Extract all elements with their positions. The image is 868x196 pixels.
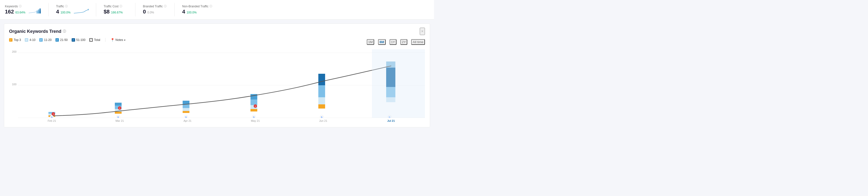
- y-label-100: 100: [12, 83, 17, 86]
- legend-4-10-checkbox: ✓: [25, 38, 28, 42]
- notes-button[interactable]: 📍 Notes ▾: [111, 38, 125, 42]
- svg-text:G: G: [253, 116, 255, 118]
- notes-chevron-icon: ▾: [124, 39, 125, 41]
- svg-rect-18: [250, 109, 257, 111]
- legend-top3-label: Top 3: [14, 38, 21, 42]
- keywords-sparkline: [29, 8, 41, 15]
- chart-title: Organic Keywords Trend ⓘ: [9, 29, 66, 34]
- traffic-cost-value: $8: [103, 8, 110, 15]
- legend-21-50-label: 21-50: [60, 38, 68, 42]
- branded-traffic-info-icon[interactable]: ⓘ: [164, 4, 166, 8]
- svg-text:G: G: [389, 116, 390, 118]
- non-branded-traffic-metric: Non-Branded Traffic ⓘ 4 100.0%: [182, 3, 219, 17]
- legend-top3[interactable]: ✓ Top 3: [9, 38, 21, 42]
- time-2y-button[interactable]: 2Y: [400, 39, 407, 45]
- svg-text:G: G: [51, 116, 53, 118]
- chart-header: Organic Keywords Trend ⓘ ×: [9, 28, 425, 35]
- svg-rect-24: [318, 85, 325, 97]
- x-label-apr: Apr 21: [154, 119, 221, 122]
- svg-rect-27: [386, 87, 396, 97]
- svg-text:G: G: [321, 116, 322, 118]
- svg-rect-23: [318, 97, 325, 104]
- legend-11-20-checkbox: ✓: [39, 38, 43, 42]
- chart-info-icon[interactable]: ⓘ: [63, 29, 66, 34]
- x-label-may: May 21: [221, 119, 289, 122]
- branded-traffic-change: 0.0%: [148, 11, 154, 14]
- keywords-info-icon[interactable]: ⓘ: [19, 4, 22, 8]
- chart-close-button[interactable]: ×: [420, 28, 425, 35]
- legend-top3-checkbox: ✓: [9, 38, 12, 42]
- time-1m-button[interactable]: 1M: [367, 39, 374, 45]
- svg-rect-10: [115, 112, 122, 114]
- keywords-value: 162: [5, 8, 14, 15]
- traffic-sparkline: [74, 8, 89, 15]
- chart-svg-area: G G G G G G: [18, 49, 425, 118]
- time-all-button[interactable]: All time: [411, 39, 425, 45]
- notes-label: Notes: [116, 38, 123, 42]
- traffic-label: Traffic: [56, 5, 64, 8]
- legend-51-100-label: 51-100: [76, 38, 85, 42]
- svg-text:!: !: [53, 113, 54, 116]
- legend-total-checkbox: ✓: [89, 38, 93, 42]
- legend-51-100[interactable]: ✓ 51-100: [72, 38, 85, 42]
- traffic-cost-change: 166.67%: [111, 11, 123, 14]
- svg-text:G: G: [117, 116, 119, 118]
- legend-51-100-checkbox: ✓: [72, 38, 75, 42]
- chart-area: 200 100: [9, 49, 425, 122]
- traffic-info-icon[interactable]: ⓘ: [65, 4, 68, 8]
- svg-rect-25: [318, 74, 325, 85]
- svg-rect-22: [318, 104, 325, 108]
- y-axis: 200 100: [9, 49, 18, 118]
- time-1y-button[interactable]: 1Y: [390, 39, 397, 45]
- svg-rect-28: [386, 68, 396, 87]
- svg-point-3: [88, 9, 89, 10]
- legend-11-20[interactable]: ✓ 11-20: [39, 38, 52, 42]
- keywords-metric: Keywords ⓘ 162 63.64%: [5, 3, 49, 17]
- legend-21-50-checkbox: ✓: [56, 38, 59, 42]
- svg-rect-15: [183, 108, 190, 111]
- x-label-mar: Mar 21: [86, 119, 154, 122]
- y-label-200: 200: [12, 50, 17, 53]
- keywords-label: Keywords: [5, 5, 18, 8]
- traffic-change: 100.0%: [61, 11, 71, 14]
- traffic-cost-label: Traffic Cost: [103, 5, 119, 8]
- legend-4-10-label: 4-10: [29, 38, 35, 42]
- legend-21-50[interactable]: ✓ 21-50: [56, 38, 68, 42]
- traffic-value: 4: [56, 8, 59, 15]
- svg-rect-26: [386, 97, 396, 102]
- legend-11-20-label: 11-20: [44, 38, 52, 42]
- x-label-feb: Feb 21: [18, 119, 86, 122]
- svg-rect-20: [250, 99, 257, 105]
- branded-traffic-metric: Branded Traffic ⓘ 0 0.0%: [143, 3, 175, 17]
- x-axis: Feb 21 Mar 21 Apr 21 May 21 Jun 21 Jul 2…: [9, 119, 425, 122]
- time-range-controls: 1M 6M 1Y 2Y All time: [367, 39, 425, 45]
- legend-total[interactable]: ✓ Total: [89, 38, 100, 42]
- metrics-bar: Keywords ⓘ 162 63.64% Traffic ⓘ 4 100.0%: [0, 0, 434, 20]
- svg-text:!: !: [255, 105, 256, 107]
- notes-pin-icon: 📍: [111, 38, 115, 42]
- main-chart-svg: G G G G G G: [18, 49, 425, 118]
- traffic-cost-metric: Traffic Cost ⓘ $8 166.67%: [103, 3, 135, 17]
- legend-divider: [105, 38, 105, 42]
- svg-rect-14: [183, 111, 190, 113]
- svg-rect-2: [39, 8, 41, 13]
- legend-total-label: Total: [94, 38, 100, 42]
- non-branded-traffic-label: Non-Branded Traffic: [182, 5, 208, 8]
- chart-legend: ✓ Top 3 ✓ 4-10 ✓ 11-20 ✓ 21-50 ✓ 51-100: [9, 38, 125, 42]
- branded-traffic-value: 0: [143, 8, 146, 15]
- x-label-jun: Jun 21: [289, 119, 357, 122]
- non-branded-traffic-value: 4: [182, 8, 185, 15]
- time-6m-button[interactable]: 6M: [378, 39, 386, 45]
- chart-container: Organic Keywords Trend ⓘ × ✓ Top 3 ✓ 4-1…: [4, 24, 430, 127]
- legend-4-10[interactable]: ✓ 4-10: [25, 38, 35, 42]
- branded-traffic-label: Branded Traffic: [143, 5, 163, 8]
- non-branded-traffic-info-icon[interactable]: ⓘ: [210, 4, 212, 8]
- svg-text:!: !: [119, 107, 120, 109]
- svg-text:G: G: [185, 116, 187, 118]
- traffic-cost-info-icon[interactable]: ⓘ: [120, 4, 122, 8]
- x-label-jul: Jul 21: [357, 119, 425, 122]
- traffic-metric: Traffic ⓘ 4 100.0%: [56, 3, 96, 17]
- keywords-change: 63.64%: [16, 11, 26, 14]
- svg-rect-13: [115, 103, 122, 106]
- non-branded-traffic-change: 100.0%: [187, 11, 197, 14]
